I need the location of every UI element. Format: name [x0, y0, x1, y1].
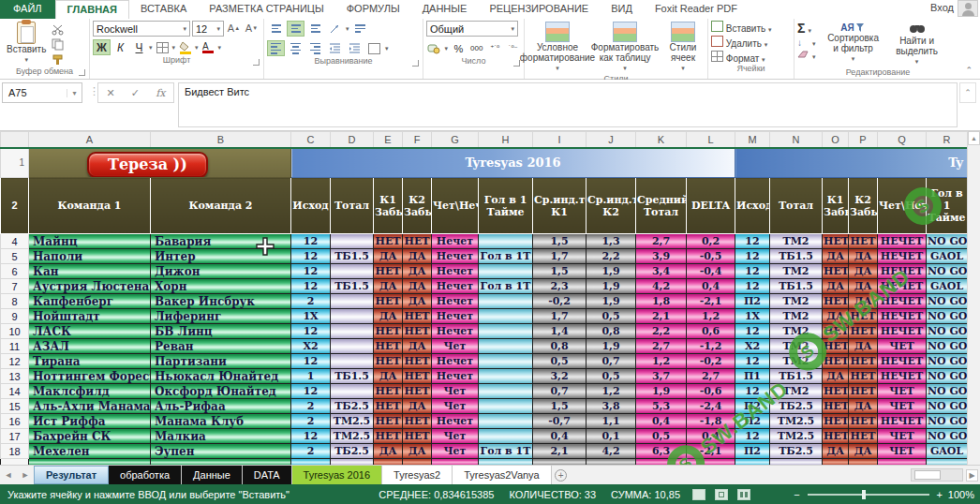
cell[interactable]: НЕТ: [374, 324, 403, 339]
page-layout-view-button[interactable]: [715, 489, 728, 500]
cell[interactable]: 1,9: [587, 264, 636, 279]
cell[interactable]: ТБ2.5: [770, 399, 823, 414]
dialog-launcher-icon[interactable]: [253, 59, 260, 66]
sort-filter-button[interactable]: АЯ Сортировка и фильтр▾: [822, 21, 885, 65]
cell[interactable]: Манама Клуб: [151, 414, 291, 429]
cell[interactable]: ДА: [823, 369, 849, 384]
cell[interactable]: ТМ2: [770, 294, 823, 309]
font-color-button[interactable]: А: [200, 39, 217, 55]
cell[interactable]: НЕТ: [849, 429, 878, 444]
row-header[interactable]: 12: [1, 354, 29, 369]
cell[interactable]: ТБ1.5: [770, 369, 823, 384]
insert-function-button[interactable]: fx: [156, 87, 165, 99]
collapse-formula-bar-button[interactable]: ⌃: [959, 82, 976, 103]
cell[interactable]: NO GOA: [927, 429, 968, 444]
cell[interactable]: -1,8: [687, 414, 735, 429]
cell[interactable]: [331, 234, 374, 249]
cell[interactable]: -1,2: [687, 339, 735, 354]
formula-input[interactable]: Бидвест Витс: [178, 82, 958, 127]
name-box[interactable]: A75▾: [2, 82, 82, 103]
column-header-B[interactable]: B: [151, 132, 291, 148]
cell[interactable]: NO GOA: [927, 384, 968, 399]
column-header-A[interactable]: A: [29, 132, 151, 148]
row-header[interactable]: 7: [1, 279, 29, 294]
cell[interactable]: Нечет: [432, 309, 479, 324]
cell[interactable]: ДА: [823, 444, 849, 459]
dialog-launcher-icon[interactable]: [79, 69, 85, 76]
cell[interactable]: [479, 384, 533, 399]
format-cells-button[interactable]: Формат ▾: [711, 51, 791, 64]
cell[interactable]: Ист Риффа: [29, 414, 151, 429]
cell[interactable]: ТМ2.5: [331, 429, 374, 444]
cell[interactable]: НЕТ: [823, 384, 849, 399]
cell[interactable]: НЕЧЕТ: [878, 354, 927, 369]
cell[interactable]: [331, 294, 374, 309]
cell[interactable]: НЕТ: [823, 429, 849, 444]
cell[interactable]: [479, 369, 533, 384]
cell[interactable]: 6,3: [636, 444, 687, 459]
cell[interactable]: НЕТ: [849, 309, 878, 324]
cell[interactable]: НЕТ: [374, 339, 403, 354]
cell[interactable]: АЗАЛ: [29, 339, 151, 354]
cell[interactable]: НЕТ: [849, 369, 878, 384]
borders-button[interactable]: [154, 39, 171, 55]
row-header[interactable]: 16: [1, 414, 29, 429]
cell[interactable]: 2,7: [636, 234, 687, 249]
autosum-button[interactable]: Σ ▾: [797, 21, 816, 36]
cell[interactable]: ЧЕТ: [878, 444, 927, 459]
cell[interactable]: Реван: [151, 339, 291, 354]
cell[interactable]: ДА: [849, 399, 878, 414]
ribbon-tab-7[interactable]: ВИД: [600, 0, 644, 19]
cell[interactable]: 1X: [291, 309, 331, 324]
cell[interactable]: ДА: [374, 309, 403, 324]
shrink-font-button[interactable]: А▼: [244, 21, 260, 35]
cell[interactable]: 12: [291, 249, 331, 264]
cell[interactable]: НЕТ: [403, 369, 432, 384]
row-header[interactable]: 18: [1, 444, 29, 459]
cell[interactable]: НЕТ: [374, 264, 403, 279]
sheet-tab-2[interactable]: Данные: [182, 466, 243, 484]
cell[interactable]: НЕТ: [849, 324, 878, 339]
column-header-D[interactable]: D: [331, 132, 374, 148]
cell[interactable]: НЕТ: [403, 429, 432, 444]
column-header-H[interactable]: H: [479, 132, 533, 148]
cell[interactable]: ЧЕТ: [878, 429, 927, 444]
table-header-cell[interactable]: Исход: [291, 178, 331, 234]
table-header-cell[interactable]: Команда 1: [29, 178, 151, 234]
wrap-text-button[interactable]: [351, 21, 369, 37]
cell[interactable]: ТМ2: [770, 339, 823, 354]
orientation-button[interactable]: [326, 21, 344, 37]
clear-button[interactable]: ▾: [797, 50, 816, 61]
cell[interactable]: Нечет: [432, 249, 479, 264]
cell[interactable]: НЕТ: [823, 324, 849, 339]
cell[interactable]: -0,2: [687, 354, 735, 369]
column-header-R[interactable]: R: [927, 132, 968, 148]
table-header-cell[interactable]: Команда 2: [151, 178, 291, 234]
cell[interactable]: НЕЧЕТ: [878, 249, 927, 264]
cell[interactable]: Бахрейн СК: [29, 429, 151, 444]
cell[interactable]: ЧЕТ: [878, 384, 927, 399]
cell[interactable]: 4,2: [636, 279, 687, 294]
fill-color-button[interactable]: [176, 39, 194, 55]
cell[interactable]: НЕТ: [403, 414, 432, 429]
merge-dropdown-icon[interactable]: ▾: [385, 45, 389, 52]
row-header[interactable]: 13: [1, 369, 29, 384]
cell[interactable]: Оксфорд Юнайтед: [151, 384, 291, 399]
cell[interactable]: 0,5: [587, 369, 636, 384]
cell[interactable]: ТБ2.5: [331, 399, 374, 414]
table-header-row[interactable]: 2 Команда 1Команда 2ИсходТоталК1 ЗабьетК…: [1, 178, 968, 234]
table-header-cell[interactable]: Ср.инд.тотал К1: [533, 178, 587, 234]
cell[interactable]: GAOL: [927, 279, 968, 294]
cell[interactable]: Лиферинг: [151, 309, 291, 324]
cell[interactable]: [331, 339, 374, 354]
cell[interactable]: 5,3: [636, 399, 687, 414]
underline-button[interactable]: Ч: [130, 39, 148, 55]
cell[interactable]: 1X: [735, 309, 770, 324]
zoom-slider[interactable]: [808, 494, 929, 496]
cell[interactable]: 2,1: [636, 309, 687, 324]
row-header[interactable]: 8: [1, 294, 29, 309]
cell[interactable]: Нечет: [432, 369, 479, 384]
cell[interactable]: НЕТ: [403, 354, 432, 369]
cell[interactable]: [331, 309, 374, 324]
table-header-cell[interactable]: Гол в 1 Тайме: [479, 178, 533, 234]
